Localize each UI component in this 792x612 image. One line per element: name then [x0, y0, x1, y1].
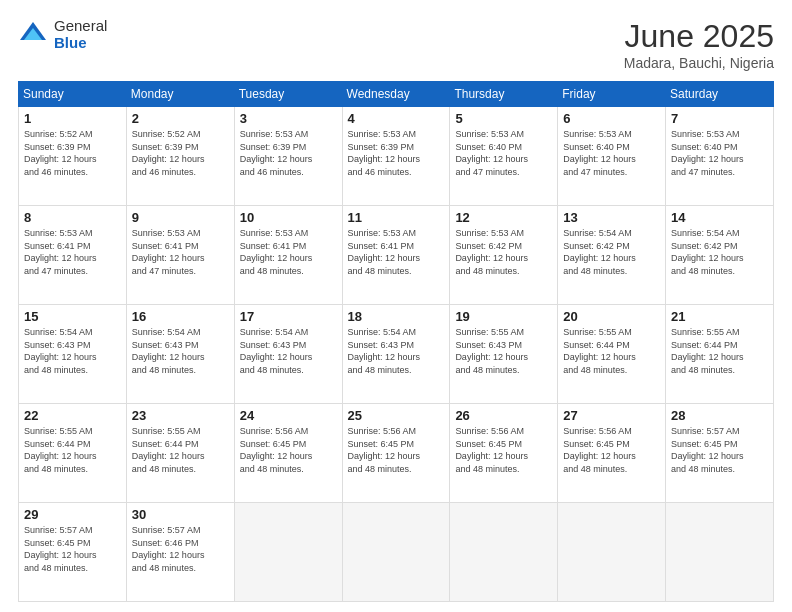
day-info: Sunrise: 5:57 AM Sunset: 6:46 PM Dayligh…: [132, 524, 229, 574]
day-number: 21: [671, 309, 768, 324]
day-number: 23: [132, 408, 229, 423]
subtitle: Madara, Bauchi, Nigeria: [624, 55, 774, 71]
day-number: 5: [455, 111, 552, 126]
calendar-cell: 6Sunrise: 5:53 AM Sunset: 6:40 PM Daylig…: [558, 107, 666, 206]
day-info: Sunrise: 5:53 AM Sunset: 6:40 PM Dayligh…: [455, 128, 552, 178]
calendar-cell: 30Sunrise: 5:57 AM Sunset: 6:46 PM Dayli…: [126, 503, 234, 602]
day-number: 7: [671, 111, 768, 126]
day-number: 19: [455, 309, 552, 324]
page: General Blue June 2025 Madara, Bauchi, N…: [0, 0, 792, 612]
main-title: June 2025: [624, 18, 774, 55]
calendar-cell: 16Sunrise: 5:54 AM Sunset: 6:43 PM Dayli…: [126, 305, 234, 404]
day-number: 12: [455, 210, 552, 225]
day-number: 25: [348, 408, 445, 423]
logo-icon: [18, 20, 48, 50]
day-number: 30: [132, 507, 229, 522]
day-info: Sunrise: 5:54 AM Sunset: 6:43 PM Dayligh…: [348, 326, 445, 376]
calendar-cell: 1Sunrise: 5:52 AM Sunset: 6:39 PM Daylig…: [19, 107, 127, 206]
day-info: Sunrise: 5:56 AM Sunset: 6:45 PM Dayligh…: [563, 425, 660, 475]
calendar-cell: 13Sunrise: 5:54 AM Sunset: 6:42 PM Dayli…: [558, 206, 666, 305]
day-number: 18: [348, 309, 445, 324]
title-block: June 2025 Madara, Bauchi, Nigeria: [624, 18, 774, 71]
day-number: 24: [240, 408, 337, 423]
day-info: Sunrise: 5:55 AM Sunset: 6:43 PM Dayligh…: [455, 326, 552, 376]
calendar-week-4: 22Sunrise: 5:55 AM Sunset: 6:44 PM Dayli…: [19, 404, 774, 503]
logo-blue: Blue: [54, 35, 107, 52]
calendar-cell: [558, 503, 666, 602]
day-number: 14: [671, 210, 768, 225]
logo: General Blue: [18, 18, 107, 51]
calendar-cell: 12Sunrise: 5:53 AM Sunset: 6:42 PM Dayli…: [450, 206, 558, 305]
calendar-cell: 9Sunrise: 5:53 AM Sunset: 6:41 PM Daylig…: [126, 206, 234, 305]
day-info: Sunrise: 5:53 AM Sunset: 6:40 PM Dayligh…: [671, 128, 768, 178]
calendar-header-tuesday: Tuesday: [234, 82, 342, 107]
day-number: 27: [563, 408, 660, 423]
day-info: Sunrise: 5:53 AM Sunset: 6:39 PM Dayligh…: [240, 128, 337, 178]
calendar-cell: 29Sunrise: 5:57 AM Sunset: 6:45 PM Dayli…: [19, 503, 127, 602]
day-info: Sunrise: 5:53 AM Sunset: 6:41 PM Dayligh…: [348, 227, 445, 277]
day-number: 2: [132, 111, 229, 126]
calendar-header-wednesday: Wednesday: [342, 82, 450, 107]
calendar-header-thursday: Thursday: [450, 82, 558, 107]
day-number: 1: [24, 111, 121, 126]
calendar-cell: 20Sunrise: 5:55 AM Sunset: 6:44 PM Dayli…: [558, 305, 666, 404]
day-number: 3: [240, 111, 337, 126]
day-info: Sunrise: 5:57 AM Sunset: 6:45 PM Dayligh…: [671, 425, 768, 475]
calendar-cell: 3Sunrise: 5:53 AM Sunset: 6:39 PM Daylig…: [234, 107, 342, 206]
day-info: Sunrise: 5:54 AM Sunset: 6:42 PM Dayligh…: [563, 227, 660, 277]
calendar-week-5: 29Sunrise: 5:57 AM Sunset: 6:45 PM Dayli…: [19, 503, 774, 602]
calendar-cell: 24Sunrise: 5:56 AM Sunset: 6:45 PM Dayli…: [234, 404, 342, 503]
day-number: 29: [24, 507, 121, 522]
calendar-header-sunday: Sunday: [19, 82, 127, 107]
logo-general: General: [54, 18, 107, 35]
calendar-cell: [450, 503, 558, 602]
day-number: 28: [671, 408, 768, 423]
day-info: Sunrise: 5:52 AM Sunset: 6:39 PM Dayligh…: [132, 128, 229, 178]
day-number: 20: [563, 309, 660, 324]
day-info: Sunrise: 5:54 AM Sunset: 6:43 PM Dayligh…: [24, 326, 121, 376]
calendar-cell: 23Sunrise: 5:55 AM Sunset: 6:44 PM Dayli…: [126, 404, 234, 503]
day-info: Sunrise: 5:53 AM Sunset: 6:39 PM Dayligh…: [348, 128, 445, 178]
day-info: Sunrise: 5:55 AM Sunset: 6:44 PM Dayligh…: [24, 425, 121, 475]
calendar-cell: 8Sunrise: 5:53 AM Sunset: 6:41 PM Daylig…: [19, 206, 127, 305]
calendar-cell: 18Sunrise: 5:54 AM Sunset: 6:43 PM Dayli…: [342, 305, 450, 404]
calendar-cell: 19Sunrise: 5:55 AM Sunset: 6:43 PM Dayli…: [450, 305, 558, 404]
day-number: 10: [240, 210, 337, 225]
calendar-cell: 26Sunrise: 5:56 AM Sunset: 6:45 PM Dayli…: [450, 404, 558, 503]
day-info: Sunrise: 5:53 AM Sunset: 6:41 PM Dayligh…: [24, 227, 121, 277]
calendar-week-3: 15Sunrise: 5:54 AM Sunset: 6:43 PM Dayli…: [19, 305, 774, 404]
calendar-cell: 11Sunrise: 5:53 AM Sunset: 6:41 PM Dayli…: [342, 206, 450, 305]
calendar-header-friday: Friday: [558, 82, 666, 107]
calendar-header-row: SundayMondayTuesdayWednesdayThursdayFrid…: [19, 82, 774, 107]
day-info: Sunrise: 5:52 AM Sunset: 6:39 PM Dayligh…: [24, 128, 121, 178]
calendar-cell: 27Sunrise: 5:56 AM Sunset: 6:45 PM Dayli…: [558, 404, 666, 503]
day-info: Sunrise: 5:57 AM Sunset: 6:45 PM Dayligh…: [24, 524, 121, 574]
calendar-cell: [234, 503, 342, 602]
day-number: 15: [24, 309, 121, 324]
day-info: Sunrise: 5:56 AM Sunset: 6:45 PM Dayligh…: [455, 425, 552, 475]
calendar-cell: 2Sunrise: 5:52 AM Sunset: 6:39 PM Daylig…: [126, 107, 234, 206]
day-info: Sunrise: 5:55 AM Sunset: 6:44 PM Dayligh…: [563, 326, 660, 376]
day-number: 6: [563, 111, 660, 126]
calendar-table: SundayMondayTuesdayWednesdayThursdayFrid…: [18, 81, 774, 602]
day-number: 11: [348, 210, 445, 225]
day-info: Sunrise: 5:54 AM Sunset: 6:43 PM Dayligh…: [240, 326, 337, 376]
day-number: 16: [132, 309, 229, 324]
calendar-cell: 14Sunrise: 5:54 AM Sunset: 6:42 PM Dayli…: [666, 206, 774, 305]
calendar-cell: 22Sunrise: 5:55 AM Sunset: 6:44 PM Dayli…: [19, 404, 127, 503]
calendar-header-monday: Monday: [126, 82, 234, 107]
day-info: Sunrise: 5:54 AM Sunset: 6:42 PM Dayligh…: [671, 227, 768, 277]
header: General Blue June 2025 Madara, Bauchi, N…: [18, 18, 774, 71]
day-info: Sunrise: 5:56 AM Sunset: 6:45 PM Dayligh…: [240, 425, 337, 475]
calendar-cell: 17Sunrise: 5:54 AM Sunset: 6:43 PM Dayli…: [234, 305, 342, 404]
calendar-cell: 25Sunrise: 5:56 AM Sunset: 6:45 PM Dayli…: [342, 404, 450, 503]
day-number: 9: [132, 210, 229, 225]
calendar-cell: 5Sunrise: 5:53 AM Sunset: 6:40 PM Daylig…: [450, 107, 558, 206]
day-info: Sunrise: 5:53 AM Sunset: 6:41 PM Dayligh…: [240, 227, 337, 277]
day-number: 13: [563, 210, 660, 225]
day-info: Sunrise: 5:55 AM Sunset: 6:44 PM Dayligh…: [132, 425, 229, 475]
day-info: Sunrise: 5:55 AM Sunset: 6:44 PM Dayligh…: [671, 326, 768, 376]
calendar-week-1: 1Sunrise: 5:52 AM Sunset: 6:39 PM Daylig…: [19, 107, 774, 206]
day-number: 8: [24, 210, 121, 225]
day-number: 17: [240, 309, 337, 324]
